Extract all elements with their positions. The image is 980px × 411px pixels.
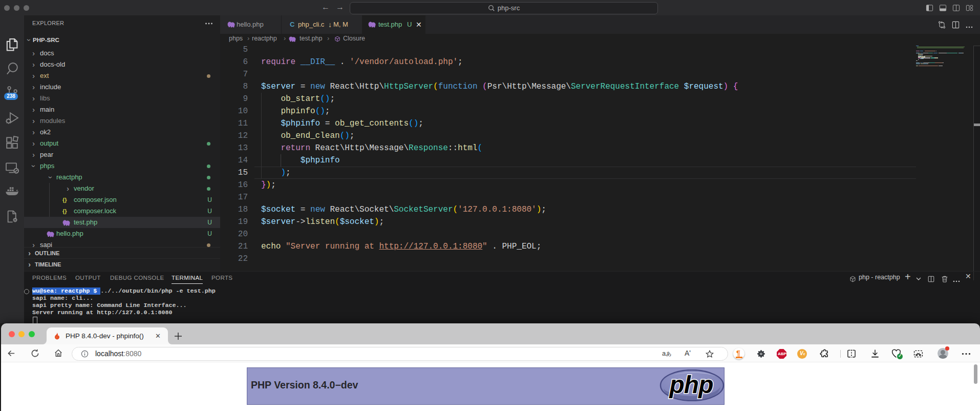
svg-text:php: php [669,371,713,398]
